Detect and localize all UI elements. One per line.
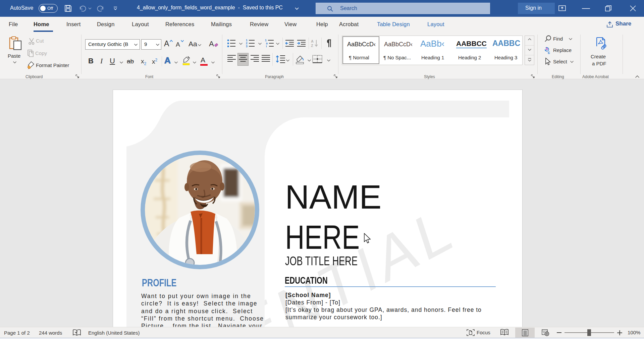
svg-text:3: 3 xyxy=(246,45,248,48)
svg-text:A: A xyxy=(311,39,314,43)
svg-text:Z: Z xyxy=(311,44,313,48)
svg-text:i: i xyxy=(266,45,267,48)
